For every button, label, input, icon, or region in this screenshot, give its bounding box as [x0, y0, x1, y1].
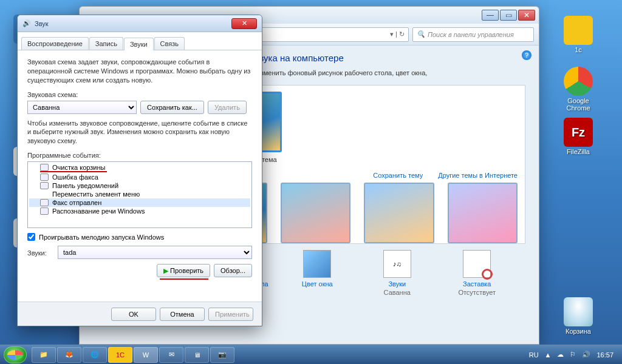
taskbar-item[interactable]: 1C: [108, 347, 132, 363]
events-label: Программные события:: [27, 152, 252, 159]
link-label: Заставка: [437, 280, 516, 288]
apply-button: Применить: [208, 308, 253, 321]
event-item[interactable]: Панель уведомлений: [29, 181, 250, 190]
theme-thumbnail[interactable]: [364, 183, 434, 243]
lang-indicator[interactable]: RU: [529, 351, 539, 359]
highlight-underline: [160, 278, 208, 280]
taskbar-item[interactable]: 📁: [32, 347, 56, 363]
titlebar[interactable]: 🔊 Звук ✕: [18, 15, 262, 32]
theme-thumbnail[interactable]: [448, 183, 518, 243]
event-label: Факс отправлен: [52, 199, 101, 206]
search-placeholder: Поиск в панели управления: [428, 31, 514, 38]
icon-label: Google Chrome: [566, 97, 590, 112]
save-theme-link[interactable]: Сохранить тему: [373, 172, 423, 179]
sound-icon: [40, 164, 49, 171]
taskbar-item[interactable]: 🌐: [83, 347, 107, 363]
event-item-selected[interactable]: Факс отправлен: [29, 198, 250, 207]
test-label: Проверить: [170, 267, 203, 274]
sound-icon: [40, 207, 49, 215]
dialog-buttons: OK Отмена Применить: [18, 302, 262, 326]
icon-label: FileZilla: [567, 148, 590, 155]
delete-button: Удалить: [208, 101, 247, 114]
desktop-icon-chrome[interactable]: Google Chrome: [556, 67, 600, 112]
taskbar-item[interactable]: W: [134, 347, 158, 363]
play-startup-label: Проигрывать мелодию запуска Windows: [39, 234, 164, 241]
event-label: Ошибка факса: [52, 174, 98, 181]
tab-communications[interactable]: Связь: [154, 37, 185, 50]
taskbar-item[interactable]: ✉: [159, 347, 183, 363]
theme-thumbnail[interactable]: [281, 183, 351, 243]
footer-sounds[interactable]: ♪♫ЗвукиСаванна: [358, 250, 437, 296]
highlight-underline: [40, 171, 107, 172]
desktop-icon-filezilla[interactable]: FzFileZilla: [556, 118, 600, 155]
play-startup-checkbox[interactable]: [27, 233, 35, 241]
description2: Чтобы изменить звуковое сопровождение, щ…: [27, 119, 252, 146]
system-tray[interactable]: RU ▲ ☁ ⚐ 🔊 16:57: [529, 351, 618, 359]
maximize-button[interactable]: ▭: [500, 10, 517, 21]
description: Звуковая схема задает звуки, сопровождаю…: [27, 58, 252, 85]
ok-button[interactable]: OK: [111, 308, 156, 321]
event-item[interactable]: Переместить элемент меню: [29, 190, 250, 198]
dialog-title: Звук: [35, 20, 228, 27]
more-themes-link[interactable]: Другие темы в Интернете: [438, 172, 518, 179]
tray-icon[interactable]: ⚐: [570, 351, 576, 359]
sound-icon: [40, 199, 49, 206]
link-sub: Отсутствует: [437, 289, 516, 296]
minimize-button[interactable]: —: [482, 10, 499, 21]
cancel-button[interactable]: Отмена: [160, 308, 205, 321]
sound-icon: [40, 182, 49, 189]
footer-color[interactable]: Цвет окна: [278, 250, 357, 296]
taskbar-item[interactable]: 🦊: [57, 347, 81, 363]
tabs: Воспроизведение Запись Звуки Связь: [18, 32, 262, 50]
events-list[interactable]: Очистка корзины Ошибка факса Панель увед…: [27, 161, 252, 228]
sound-select[interactable]: tada: [58, 246, 252, 259]
scheme-select[interactable]: Саванна: [27, 101, 137, 114]
tab-playback[interactable]: Воспроизведение: [21, 37, 89, 50]
scheme-label: Звуковая схема:: [27, 91, 252, 98]
volume-icon[interactable]: 🔊: [582, 351, 590, 359]
event-label: Очистка корзины: [52, 164, 105, 171]
tab-sounds[interactable]: Звуки: [124, 38, 154, 50]
help-icon[interactable]: ?: [522, 50, 531, 60]
icon-label: 1c: [575, 46, 582, 53]
event-label: Переместить элемент меню: [52, 190, 140, 198]
browse-button[interactable]: Обзор...: [214, 264, 252, 277]
search-input[interactable]: 🔍Поиск в панели управления: [412, 27, 534, 42]
tab-recording[interactable]: Запись: [89, 37, 123, 50]
sound-dialog: 🔊 Звук ✕ Воспроизведение Запись Звуки Св…: [17, 15, 262, 326]
tray-icon[interactable]: ☁: [557, 351, 564, 359]
event-label: Распознавание речи Windows: [52, 207, 145, 215]
link-sub: Саванна: [358, 289, 437, 296]
event-label: Панель уведомлений: [52, 182, 118, 189]
clock[interactable]: 16:57: [596, 351, 613, 359]
save-as-button[interactable]: Сохранить как...: [140, 101, 204, 114]
play-icon: ▶: [163, 267, 170, 274]
taskbar[interactable]: 📁 🦊 🌐 1C W ✉ 🖥 📷 RU ▲ ☁ ⚐ 🔊 16:57: [0, 345, 622, 364]
icon-label: Корзина: [566, 328, 591, 335]
event-item[interactable]: Распознавание речи Windows: [29, 207, 250, 215]
close-button[interactable]: ✕: [518, 10, 535, 21]
event-item[interactable]: Очистка корзины: [29, 163, 250, 172]
dialog-body: Звуковая схема задает звуки, сопровождаю…: [18, 50, 262, 291]
taskbar-item[interactable]: 📷: [210, 347, 234, 363]
desktop-icon-recyclebin[interactable]: Корзина: [556, 297, 600, 335]
start-button[interactable]: [4, 346, 27, 363]
speaker-icon: 🔊: [22, 19, 31, 27]
test-button[interactable]: ▶ Проверить: [157, 264, 210, 277]
close-button[interactable]: ✕: [231, 18, 257, 29]
event-item[interactable]: Ошибка факса: [29, 173, 250, 181]
sounds-label: Звуки:: [27, 249, 54, 257]
link-label: Цвет окна: [278, 280, 357, 288]
taskbar-item[interactable]: 🖥: [185, 347, 209, 363]
sound-icon: [40, 174, 49, 181]
tray-icon[interactable]: ▲: [545, 351, 552, 359]
desktop-icon-1c[interactable]: 1c: [556, 16, 600, 53]
link-label: Звуки: [358, 280, 437, 288]
footer-saver[interactable]: ЗаставкаОтсутствует: [437, 250, 516, 296]
